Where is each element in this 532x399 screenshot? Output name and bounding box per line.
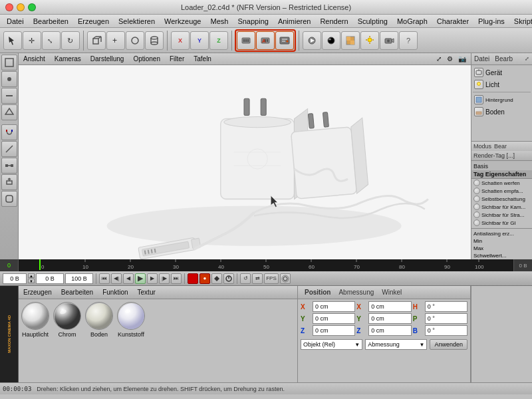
knife-icon[interactable] [1, 141, 17, 157]
obj-item-hintergrund[interactable]: Hintergrund [473, 94, 531, 106]
size-sys-select[interactable]: Abmessung ▼ [365, 339, 427, 350]
sphere-icon[interactable] [126, 31, 144, 50]
render-icon[interactable] [303, 31, 321, 50]
menu-bearbeiten[interactable]: Bearbeiten [29, 17, 72, 26]
sz-field[interactable]: 0 cm [368, 325, 411, 336]
rp-expand-icon[interactable]: ⤢ [525, 56, 529, 62]
menu-selektieren[interactable]: Selektieren [114, 17, 159, 26]
menu-skript[interactable]: Skript [510, 17, 532, 26]
current-frame-field[interactable]: 0 B [3, 273, 27, 284]
prev-key-btn[interactable]: ◀| [111, 273, 122, 284]
start-frame-field[interactable]: 0 B [36, 273, 64, 284]
end-frame-field[interactable]: 100 B [65, 273, 93, 284]
select-tool-icon[interactable] [3, 31, 22, 50]
basis-btn[interactable]: Basis [471, 161, 532, 170]
sx-field[interactable]: 0 cm [368, 301, 411, 312]
obj-item-geraet[interactable]: Gerät [473, 66, 531, 78]
viewport-3d[interactable] [19, 65, 471, 259]
add-object-icon[interactable]: + [106, 31, 125, 50]
first-frame-btn[interactable]: ⏮ [99, 273, 110, 284]
pz-field[interactable]: 0 cm [313, 325, 355, 336]
edge-mode-icon[interactable] [1, 88, 17, 104]
close-button[interactable] [5, 3, 13, 11]
vp-tafeln[interactable]: Tafeln [192, 55, 213, 63]
obj-item-licht[interactable]: Licht [473, 78, 531, 90]
px-field[interactable]: 0 cm [313, 301, 355, 312]
mat-funktion[interactable]: Funktion [100, 288, 130, 297]
menu-charakter[interactable]: Charakter [433, 17, 473, 26]
loop-btn[interactable]: ↺ [240, 273, 251, 284]
last-frame-btn[interactable]: ⏭ [171, 273, 182, 284]
play-btn[interactable]: ▶ [135, 273, 146, 284]
z-icon[interactable]: Z [209, 31, 228, 50]
vp-kameras[interactable]: Kameras [53, 55, 83, 63]
vp-darstellung[interactable]: Darstellung [88, 55, 126, 63]
magnet-icon[interactable] [1, 124, 17, 140]
apply-button[interactable]: Anwenden [430, 339, 467, 350]
mat-textur[interactable]: Textur [136, 288, 158, 297]
bounce-btn[interactable]: ⇄ [252, 273, 263, 284]
window-controls[interactable] [5, 3, 36, 11]
py-field[interactable]: 0 cm [313, 313, 355, 324]
schatten-werfen-indicator[interactable] [473, 180, 480, 186]
frame-up-btn[interactable]: ▲ [28, 273, 35, 278]
camera-tool-icon[interactable] [380, 31, 398, 50]
material-icon[interactable] [322, 31, 340, 50]
vp-settings-icon[interactable]: ⚙ [445, 55, 455, 63]
menu-werkzeuge[interactable]: Werkzeuge [160, 17, 205, 26]
light-icon[interactable] [360, 31, 379, 50]
rz-field[interactable]: 0 ° [425, 325, 467, 336]
menu-sculpting[interactable]: Sculpting [354, 17, 392, 26]
minimize-button[interactable] [17, 3, 25, 11]
menu-rendern[interactable]: Rendern [316, 17, 352, 26]
timeline-icon[interactable] [275, 31, 294, 50]
scale-tool-icon[interactable]: ⤡ [42, 31, 61, 50]
sichtbar-stra-indicator[interactable] [473, 211, 480, 218]
menu-mesh[interactable]: Mesh [206, 17, 232, 26]
selbst-indicator[interactable] [473, 196, 480, 202]
prev-frame-btn[interactable]: ◀ [123, 273, 134, 284]
auto-key-icon[interactable]: A [256, 31, 275, 50]
menu-animieren[interactable]: Animieren [274, 17, 315, 26]
obj-item-boden[interactable]: Boden [473, 106, 531, 118]
bear-label[interactable]: Bear [494, 143, 507, 150]
frame-down-btn[interactable]: ▼ [28, 279, 35, 283]
x-icon[interactable]: X [171, 31, 190, 50]
keyframe-btn[interactable] [211, 273, 222, 284]
y-icon[interactable]: Y [190, 31, 209, 50]
anim-settings-btn[interactable] [223, 273, 234, 284]
menu-snapping[interactable]: Snapping [233, 17, 273, 26]
ry-field[interactable]: 0 ° [425, 313, 467, 324]
vp-camera-icon[interactable]: 📷 [456, 55, 468, 63]
menu-erzeugen[interactable]: Erzeugen [74, 17, 113, 26]
auto-record-btn[interactable]: ● [200, 273, 210, 284]
mat-chrom[interactable]: Chrom [53, 302, 81, 338]
point-mode-icon[interactable] [1, 71, 17, 87]
coord-sys-select[interactable]: Objekt (Rel) ▼ [301, 339, 362, 350]
move-tool-icon[interactable]: ✛ [23, 31, 41, 50]
bevel-icon[interactable] [1, 191, 17, 207]
onion-btn[interactable] [280, 273, 291, 284]
next-frame-btn[interactable]: ▶ [147, 273, 158, 284]
mat-hauptlicht[interactable]: Hauptlicht [21, 302, 49, 338]
maximize-button[interactable] [28, 3, 36, 11]
menu-datei[interactable]: Datei [3, 17, 28, 26]
cylinder-icon[interactable] [145, 31, 164, 50]
fps-btn[interactable]: FPS [264, 273, 279, 284]
next-key-btn[interactable]: |▶ [159, 273, 170, 284]
mat-kunststoff[interactable]: Kunststoff [117, 302, 145, 338]
mode-select-icon[interactable] [1, 55, 17, 70]
sichtbar-kam-indicator[interactable] [473, 203, 480, 210]
extrude-icon[interactable] [1, 174, 17, 190]
key-record-icon[interactable] [237, 31, 255, 50]
schatten-empfa-indicator[interactable] [473, 188, 480, 194]
vp-expand-icon[interactable]: ⤢ [434, 55, 444, 63]
vp-ansicht[interactable]: Ansicht [21, 55, 47, 63]
modus-label[interactable]: Modus [473, 143, 491, 150]
vp-optionen[interactable]: Optionen [131, 55, 162, 63]
vp-filter[interactable]: Filter [168, 55, 186, 63]
obj-bearbeiten-label[interactable]: Bearb [495, 55, 513, 63]
cube-tool-icon[interactable] [87, 31, 106, 50]
mat-bearbeiten[interactable]: Bearbeiten [59, 288, 95, 297]
menu-plugins[interactable]: Plug-ins [474, 17, 509, 26]
